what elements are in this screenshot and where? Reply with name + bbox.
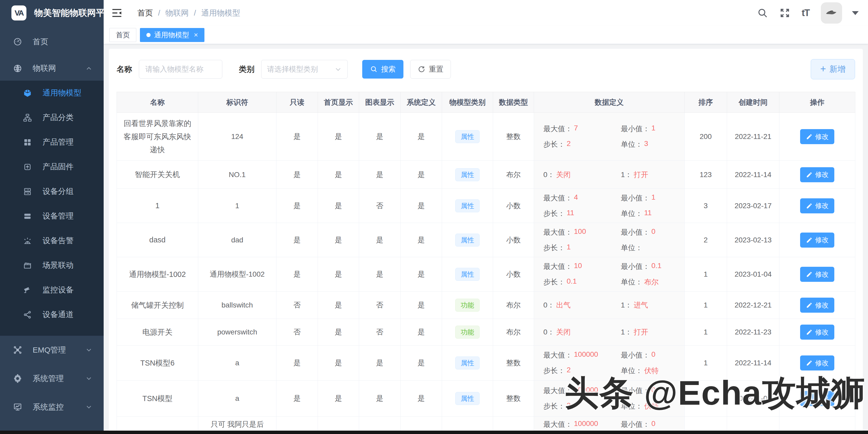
sort-cell: 3 [685,189,727,223]
definition-item: 步长：2 [543,140,621,149]
sidebar-item-设备告警[interactable]: 设备告警 [0,228,104,253]
sidebar-item-监控设备[interactable]: 监控设备 [0,278,104,302]
sidebar-item-产品分类[interactable]: 产品分类 [0,105,104,130]
definition-item: 步长：0.1 [543,277,621,287]
identifier-cell: 1 [198,189,276,223]
edit-button[interactable]: 修改 [800,167,834,182]
definition-item: 步长：2 [543,366,621,376]
sidebar-item-首页[interactable]: 首页 [0,27,104,56]
edit-button-label: 修改 [815,394,829,403]
home-display-cell: 是 [318,113,359,161]
data-definition: 最大值：7最小值：1步长：2单位：3 [543,124,682,149]
reset-button[interactable]: 重置 [410,60,451,79]
sidebar-submenu: 通用物模型产品分类产品管理产品固件设备分组设备管理设备告警场景联动监控设备设备通… [0,81,104,336]
definition-item: 单位：伏特 [621,401,682,411]
sidebar-toggle-icon[interactable] [111,7,123,19]
breadcrumb-item[interactable]: 首页 [137,8,153,19]
definition-item: 最大值：100000 [543,419,621,429]
search-icon[interactable] [757,7,768,19]
data-type-cell: 小数 [493,223,534,257]
readonly-cell: 是 [276,113,318,161]
sidebar-item-label: 首页 [33,36,48,47]
sidebar-item-系统管理[interactable]: 系统管理 [0,364,104,393]
add-icon: + [820,64,826,74]
column-header: 物模型类别 [442,92,493,113]
table-row: TSN模型 a 是 是 是 是 属性 整数 最大值：100000最小值：0步长：… [117,381,855,416]
action-cell: 修改 [779,223,855,257]
tab-通用物模型[interactable]: 通用物模型× [140,28,205,42]
emq-icon [12,345,23,355]
tab-close-icon[interactable]: × [194,31,198,39]
sidebar-item-产品固件[interactable]: 产品固件 [0,154,104,179]
fullscreen-icon[interactable] [779,7,790,19]
chevron-down-icon [85,346,93,354]
name-filter-input[interactable] [139,60,222,79]
table-row: dasd dad 是 是 是 是 属性 小数 最大值：100最小值：0步长：1单… [117,223,855,257]
category-cell: 属性 [442,381,493,416]
sidebar-item-通用物模型[interactable]: 通用物模型 [0,81,104,105]
tab-首页[interactable]: 首页 [109,28,136,42]
tab-label: 首页 [116,30,130,40]
name-cell: TSN模型6 [117,346,198,381]
sidebar-item-EMQ管理[interactable]: EMQ管理 [0,336,104,364]
sidebar-item-物联网[interactable]: 物联网 [0,56,104,81]
edit-button[interactable]: 修改 [800,233,834,248]
created-cell: 2022-11-23 [727,319,779,346]
created-cell: 2023-01-04 [727,257,779,292]
sort-cell: 1 [685,346,727,381]
name-cell: dasd [117,223,198,257]
font-size-icon[interactable]: tT [802,7,809,19]
definition-item: 1：打开 [621,170,682,180]
category-tag: 功能 [455,326,479,339]
avatar-caret-icon[interactable] [852,11,859,15]
created-cell: 2022-11-14 [727,346,779,381]
sort-cell: 200 [685,113,727,161]
add-button[interactable]: + 新增 [811,59,855,79]
search-button[interactable]: 搜索 [362,60,403,79]
refresh-icon [418,65,426,73]
sort-cell: 1 [685,257,727,292]
identifier-cell: 124 [198,113,276,161]
category-cell: 属性 [442,161,493,189]
home-display-cell: 是 [318,346,359,381]
sidebar-item-场景联动[interactable]: 场景联动 [0,253,104,278]
settings-gear-icon [12,373,23,384]
sidebar-item-设备分组[interactable]: 设备分组 [0,179,104,204]
readonly-cell: 是 [276,189,318,223]
category-cell: 功能 [442,319,493,346]
edit-button[interactable]: 修改 [800,198,834,213]
edit-button[interactable]: 修改 [800,391,834,406]
sidebar-item-label: 设备分组 [42,186,73,197]
edit-button[interactable]: 修改 [800,355,834,371]
edit-button-label: 修改 [815,132,829,141]
edit-button[interactable]: 修改 [800,267,834,282]
sidebar-item-设备通道[interactable]: 设备通道 [0,302,104,327]
data-definition-cell: 0：出气1：进气 [534,292,685,319]
data-definition: 最大值：100000最小值：0步长：2单位：伏特 [543,386,682,411]
definition-item: 步长：1 [543,243,621,253]
table-row: 储气罐开关控制 ballswitch 否 是 否 是 功能 布尔 0：出气1：进… [117,292,855,319]
edit-button[interactable]: 修改 [800,325,834,340]
table-row: 回看世界风景靠家的客服即可东风东风快递快 124 是 是 是 是 属性 整数 最… [117,113,855,161]
monitor-chart-icon [12,402,23,412]
edit-button[interactable]: 修改 [800,298,834,313]
system-defined-cell: 是 [401,257,442,292]
table-row: TSN模型6 a 是 是 是 是 属性 整数 最大值：100000最小值：0步长… [117,346,855,381]
table-row: 电源开关 powerswitch 否 是 否 是 功能 布尔 0：关闭1：打开 … [117,319,855,346]
chart-display-cell: 否 [359,319,401,346]
column-header: 首页显示 [318,92,359,113]
category-cell [442,416,493,432]
app-root: VA 物美智能物联网平台 首页物联网通用物模型产品分类产品管理产品固件设备分组设… [0,0,868,434]
data-definition-cell: 最大值：4最小值：1步长：11单位：11 [534,189,685,223]
edit-button[interactable]: 修改 [800,129,834,144]
column-header: 数据定义 [534,92,685,113]
user-avatar[interactable] [821,2,842,24]
add-button-label: 新增 [829,64,845,75]
category-select[interactable]: 请选择模型类别 [261,60,348,79]
data-type-cell: 小数 [493,189,534,223]
sidebar-item-系统监控[interactable]: 系统监控 [0,393,104,421]
name-cell: TSN模型 [117,381,198,416]
home-display-cell: 是 [318,189,359,223]
sidebar-item-产品管理[interactable]: 产品管理 [0,130,104,154]
sidebar-item-设备管理[interactable]: 设备管理 [0,204,104,228]
